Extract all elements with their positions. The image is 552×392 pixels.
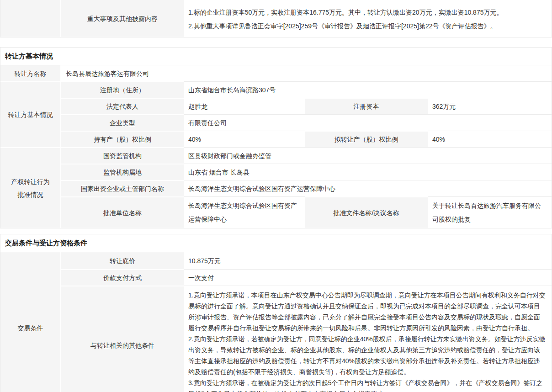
table-row: 批准单位名称 长岛海洋生态文明综合试验区国有资产运营保障中心 批准文件名称/决议…: [61, 196, 552, 228]
field-label: 批准单位名称: [61, 196, 184, 228]
table-row: 国资监管机构 区县级财政部门或金融办监管: [61, 147, 552, 164]
disclosure-table: 重大事项及其他披露内容 1.标的企业注册资本50万元，实收注册资本16.775万…: [0, 0, 552, 37]
field-label: 重大事项及其他披露内容: [61, 0, 184, 37]
terms-item: 1.意向受让方须承诺，本项目在山东产权交易中心公告期即为尽职调查期，意向受让方在…: [188, 290, 546, 334]
field-label: 注册资本: [305, 98, 428, 114]
field-value: 长岛海洋生态文明综合试验区国有资产运营保障中心: [184, 180, 552, 196]
section-title: 转让方基本情况: [0, 48, 552, 65]
field-label: 批准文件名称/决议名称: [305, 196, 428, 228]
table-row: 监管机构属地 山东省 烟台市 长岛县: [61, 164, 552, 180]
disclosure-item: 1.标的企业注册资本50万元，实收注册资本16.775万元。其中，转让方认缴出资…: [188, 5, 546, 19]
terms-item: 3.意向受让方须承诺，在被确定为受让方的次日起5个工作日内与转让方签订《产权交易…: [188, 377, 546, 392]
approval-group: 产权转让行为 批准情况 国资监管机构 区县级财政部门或金融办监管 监管机构属地 …: [0, 147, 552, 228]
trade-section: 交易条件与受让方资格条件 交易条件 转让底价 10.875万元 价款支付方式 一…: [0, 234, 552, 392]
field-label: 持有产（股）权比例: [61, 131, 184, 147]
field-value: 10.875万元: [184, 252, 552, 269]
table-row: 企业类型 有限责任公司: [61, 114, 552, 131]
transferor-detail-group: 转让方基本情况 注册地（住所） 山东省烟台市长岛海滨路307号 法定代表人 赵胜…: [0, 81, 552, 147]
field-label: 国资监管机构: [61, 147, 184, 164]
terms-item: 2.意向受让方须承诺，若被确定为受让方，同意受让标的企业40%股权后，承接履行转…: [188, 334, 546, 377]
section-spacer-cell: [0, 0, 61, 37]
group-label-line: 批准情况: [18, 188, 43, 201]
field-label: 拟转让产（股）权比例: [305, 131, 428, 147]
field-label: 监管机构属地: [61, 164, 184, 180]
table-row: 注册地（住所） 山东省烟台市长岛海滨路307号: [61, 81, 552, 98]
field-value: 1.标的企业注册资本50万元，实收注册资本16.775万元。其中，转让方认缴出资…: [184, 0, 552, 37]
field-value: 40%: [184, 131, 305, 147]
row-divider: [184, 2, 552, 2]
field-label: 与转让相关的其他条件: [61, 286, 184, 392]
field-value: 1.意向受让方须承诺，本项目在山东产权交易中心公告期即为尽职调查期，意向受让方在…: [184, 286, 552, 392]
field-label: 价款支付方式: [61, 269, 184, 286]
field-label: 国家出资企业或主管部门名称: [61, 180, 184, 196]
transferor-section: 转让方基本情况 转让方名称 长岛县晟达旅游客运有限公司 转让方基本情况 注册地（…: [0, 47, 552, 228]
group-label-line: 产权转让行为: [11, 175, 50, 188]
transferor-table: 转让方名称 长岛县晟达旅游客运有限公司 转让方基本情况 注册地（住所） 山东省烟…: [0, 65, 552, 228]
field-value: 有限责任公司: [184, 114, 552, 131]
field-label: 转让方名称: [0, 65, 61, 81]
table-row: 转让方名称 长岛县晟达旅游客运有限公司: [0, 65, 552, 81]
section-gap: [0, 228, 552, 234]
field-value: 长岛海洋生态文明综合试验区国有资产运营保障中心: [184, 196, 305, 228]
table-row: 价款支付方式 一次支付: [61, 269, 552, 286]
field-value: 40%: [428, 131, 552, 147]
field-value: 山东省 烟台市 长岛县: [184, 164, 552, 180]
field-label: 注册地（住所）: [61, 81, 184, 98]
field-value: 山东省烟台市长岛海滨路307号: [184, 81, 552, 98]
trade-table: 交易条件 转让底价 10.875万元 价款支付方式 一次支付 与转让相关的其他条…: [0, 252, 552, 392]
disclosure-item: 2.其他重大事项详见鲁浩正会审字[2025]259号《审计报告》及烟浩正评报字[…: [188, 19, 546, 33]
field-label: 转让底价: [61, 252, 184, 269]
section-gap: [0, 37, 552, 47]
field-value: 区县级财政部门或金融办监管: [184, 147, 552, 164]
table-row: 法定代表人 赵胜龙 注册资本 362万元: [61, 98, 552, 114]
table-row: 与转让相关的其他条件 1.意向受让方须承诺，本项目在山东产权交易中心公告期即为尽…: [61, 286, 552, 392]
field-label: 法定代表人: [61, 98, 184, 114]
field-value: 一次支付: [184, 269, 552, 286]
table-row: 转让底价 10.875万元: [61, 252, 552, 269]
table-row: 国家出资企业或主管部门名称 长岛海洋生态文明综合试验区国有资产运营保障中心: [61, 180, 552, 196]
table-row: 重大事项及其他披露内容 1.标的企业注册资本50万元，实收注册资本16.775万…: [0, 0, 552, 37]
trade-condition-group: 交易条件 转让底价 10.875万元 价款支付方式 一次支付 与转让相关的其他条…: [0, 252, 552, 392]
group-label: 交易条件: [0, 252, 61, 392]
field-label: 企业类型: [61, 114, 184, 131]
table-row: 持有产（股）权比例 40% 拟转让产（股）权比例 40%: [61, 131, 552, 147]
group-label: 转让方基本情况: [0, 81, 61, 147]
group-label: 产权转让行为 批准情况: [0, 147, 61, 228]
field-value: 362万元: [428, 98, 552, 114]
field-value: 长岛县晟达旅游客运有限公司: [61, 65, 552, 81]
section-title: 交易条件与受让方资格条件: [0, 234, 552, 252]
field-value: 关于转让长岛百达旅游汽车服务有限公司股权的批复: [428, 196, 552, 228]
field-value: 赵胜龙: [184, 98, 305, 114]
